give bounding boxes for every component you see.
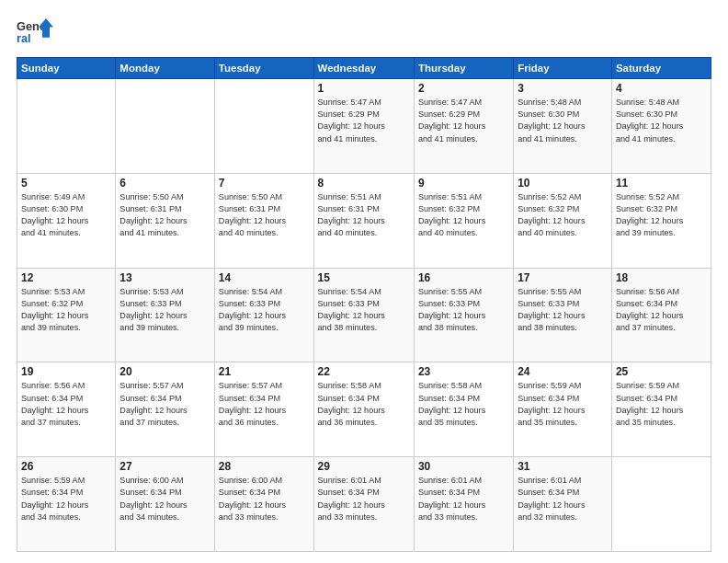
week-row-1: 1Sunrise: 5:47 AMSunset: 6:29 PMDaylight… [17,79,711,174]
day-number: 3 [518,82,608,95]
day-cell [116,79,215,174]
day-info: Sunrise: 5:51 AMSunset: 6:31 PMDaylight:… [318,191,410,240]
day-cell: 1Sunrise: 5:47 AMSunset: 6:29 PMDaylight… [313,79,414,174]
calendar-page: Gene ral SundayMondayTuesdayWednesdayThu… [0,0,728,563]
day-number: 31 [518,460,608,473]
day-info: Sunrise: 5:52 AMSunset: 6:32 PMDaylight:… [518,191,608,240]
day-info: Sunrise: 6:01 AMSunset: 6:34 PMDaylight:… [518,475,608,523]
day-cell: 9Sunrise: 5:51 AMSunset: 6:32 PMDaylight… [414,173,513,268]
day-cell: 28Sunrise: 6:00 AMSunset: 6:34 PMDayligh… [214,457,313,552]
day-number: 26 [21,460,111,473]
week-row-3: 12Sunrise: 5:53 AMSunset: 6:32 PMDayligh… [17,268,711,362]
logo-icon: Gene ral [17,17,53,50]
day-number: 12 [21,271,111,284]
header-monday: Monday [116,58,215,79]
day-cell: 25Sunrise: 5:59 AMSunset: 6:34 PMDayligh… [611,362,711,457]
day-cell [214,79,313,174]
day-number: 2 [418,82,509,95]
day-info: Sunrise: 5:54 AMSunset: 6:33 PMDaylight:… [318,286,410,335]
day-cell [17,79,116,174]
day-cell: 2Sunrise: 5:47 AMSunset: 6:29 PMDaylight… [414,79,513,174]
day-cell: 16Sunrise: 5:55 AMSunset: 6:33 PMDayligh… [414,268,513,362]
calendar-header: SundayMondayTuesdayWednesdayThursdayFrid… [17,58,711,79]
day-cell: 22Sunrise: 5:58 AMSunset: 6:34 PMDayligh… [313,362,414,457]
week-row-2: 5Sunrise: 5:49 AMSunset: 6:30 PMDaylight… [17,173,711,268]
day-number: 14 [219,271,310,284]
day-cell [611,457,711,552]
day-cell: 24Sunrise: 5:59 AMSunset: 6:34 PMDayligh… [514,362,612,457]
day-cell: 23Sunrise: 5:58 AMSunset: 6:34 PMDayligh… [414,362,513,457]
day-number: 8 [318,177,410,190]
day-info: Sunrise: 5:58 AMSunset: 6:34 PMDaylight:… [318,380,410,429]
day-number: 22 [318,365,410,378]
day-info: Sunrise: 6:01 AMSunset: 6:34 PMDaylight:… [318,475,410,523]
day-number: 9 [418,177,509,190]
day-info: Sunrise: 5:56 AMSunset: 6:34 PMDaylight:… [616,286,707,335]
day-info: Sunrise: 5:55 AMSunset: 6:33 PMDaylight:… [418,286,509,335]
day-cell: 4Sunrise: 5:48 AMSunset: 6:30 PMDaylight… [611,79,711,174]
day-number: 25 [616,365,707,378]
day-info: Sunrise: 6:00 AMSunset: 6:34 PMDaylight:… [119,475,210,523]
day-number: 11 [616,177,707,190]
day-info: Sunrise: 5:47 AMSunset: 6:29 PMDaylight:… [418,97,509,145]
day-cell: 15Sunrise: 5:54 AMSunset: 6:33 PMDayligh… [313,268,414,362]
week-row-4: 19Sunrise: 5:56 AMSunset: 6:34 PMDayligh… [17,362,711,457]
day-cell: 19Sunrise: 5:56 AMSunset: 6:34 PMDayligh… [17,362,116,457]
day-info: Sunrise: 6:01 AMSunset: 6:34 PMDaylight:… [418,475,509,523]
day-cell: 18Sunrise: 5:56 AMSunset: 6:34 PMDayligh… [611,268,711,362]
day-cell: 29Sunrise: 6:01 AMSunset: 6:34 PMDayligh… [313,457,414,552]
day-cell: 14Sunrise: 5:54 AMSunset: 6:33 PMDayligh… [214,268,313,362]
day-number: 19 [21,365,111,378]
day-info: Sunrise: 5:54 AMSunset: 6:33 PMDaylight:… [219,286,310,335]
day-cell: 30Sunrise: 6:01 AMSunset: 6:34 PMDayligh… [414,457,513,552]
day-cell: 26Sunrise: 5:59 AMSunset: 6:34 PMDayligh… [17,457,116,552]
day-info: Sunrise: 6:00 AMSunset: 6:34 PMDaylight:… [219,475,310,523]
day-number: 15 [318,271,410,284]
header-tuesday: Tuesday [214,58,313,79]
day-info: Sunrise: 5:47 AMSunset: 6:29 PMDaylight:… [318,97,410,145]
day-info: Sunrise: 5:53 AMSunset: 6:32 PMDaylight:… [21,286,111,335]
day-number: 24 [518,365,608,378]
header-saturday: Saturday [611,58,711,79]
day-info: Sunrise: 5:59 AMSunset: 6:34 PMDaylight:… [518,380,608,429]
day-info: Sunrise: 5:55 AMSunset: 6:33 PMDaylight:… [518,286,608,335]
day-number: 7 [219,177,310,190]
day-number: 13 [119,271,210,284]
day-number: 1 [318,82,410,95]
day-info: Sunrise: 5:59 AMSunset: 6:34 PMDaylight:… [21,475,111,523]
calendar-table: SundayMondayTuesdayWednesdayThursdayFrid… [17,57,711,552]
header-row: SundayMondayTuesdayWednesdayThursdayFrid… [17,58,711,79]
day-info: Sunrise: 5:56 AMSunset: 6:34 PMDaylight:… [21,380,111,429]
calendar-body: 1Sunrise: 5:47 AMSunset: 6:29 PMDaylight… [17,79,711,552]
day-cell: 3Sunrise: 5:48 AMSunset: 6:30 PMDaylight… [514,79,612,174]
day-info: Sunrise: 5:57 AMSunset: 6:34 PMDaylight:… [219,380,310,429]
header-sunday: Sunday [17,58,116,79]
day-number: 17 [518,271,608,284]
header-wednesday: Wednesday [313,58,414,79]
day-number: 20 [119,365,210,378]
day-cell: 12Sunrise: 5:53 AMSunset: 6:32 PMDayligh… [17,268,116,362]
day-number: 29 [318,460,410,473]
day-info: Sunrise: 5:52 AMSunset: 6:32 PMDaylight:… [616,191,707,240]
day-number: 23 [418,365,509,378]
day-number: 27 [119,460,210,473]
day-number: 18 [616,271,707,284]
svg-text:ral: ral [17,31,31,45]
day-cell: 27Sunrise: 6:00 AMSunset: 6:34 PMDayligh… [116,457,215,552]
day-cell: 7Sunrise: 5:50 AMSunset: 6:31 PMDaylight… [214,173,313,268]
day-number: 16 [418,271,509,284]
day-info: Sunrise: 5:59 AMSunset: 6:34 PMDaylight:… [616,380,707,429]
day-number: 4 [616,82,707,95]
day-number: 30 [418,460,509,473]
header: Gene ral [17,17,711,50]
day-info: Sunrise: 5:48 AMSunset: 6:30 PMDaylight:… [518,97,608,145]
header-thursday: Thursday [414,58,513,79]
day-number: 10 [518,177,608,190]
day-number: 21 [219,365,310,378]
day-cell: 11Sunrise: 5:52 AMSunset: 6:32 PMDayligh… [611,173,711,268]
day-cell: 10Sunrise: 5:52 AMSunset: 6:32 PMDayligh… [514,173,612,268]
day-number: 5 [21,177,111,190]
day-info: Sunrise: 5:48 AMSunset: 6:30 PMDaylight:… [616,97,707,145]
day-info: Sunrise: 5:50 AMSunset: 6:31 PMDaylight:… [119,191,210,240]
logo: Gene ral [17,17,53,50]
